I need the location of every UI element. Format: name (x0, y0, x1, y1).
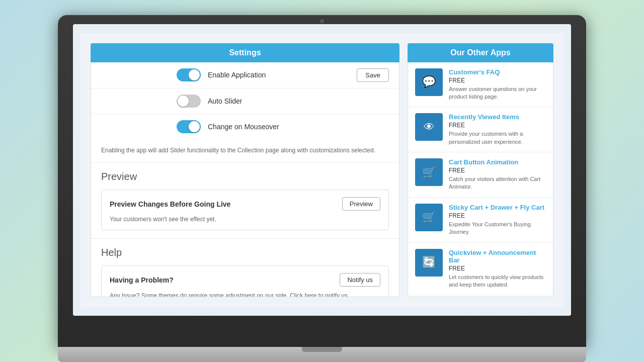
help-inner: Having a Problem? Notify us Any Issue? S… (101, 265, 389, 297)
app-icon-2: 🛒 (415, 158, 443, 186)
app-item-3[interactable]: 🛒 Sticky Cart + Drawer + Fly Cart FREE E… (408, 198, 553, 243)
app-name-4[interactable]: Quickview + Announcement Bar (449, 249, 546, 264)
right-panel: Our Other Apps 💬 Customer's FAQ FREE Ans… (408, 43, 553, 297)
other-apps-header: Our Other Apps (408, 43, 553, 62)
settings-panel-body: Enable App → Enable Application Save (91, 62, 399, 297)
preview-title: Preview Changes Before Going Live (110, 200, 230, 208)
app-info-4: Quickview + Announcement Bar FREE Let cu… (449, 249, 546, 289)
notify-button[interactable]: Notify us (340, 273, 380, 287)
toggles-area: Enable App → Enable Application Save (91, 62, 399, 163)
app-price-3: FREE (449, 212, 546, 219)
preview-button[interactable]: Preview (342, 197, 380, 211)
help-title: Having a Problem? (110, 276, 174, 284)
enable-app-knob (189, 69, 200, 80)
app-price-2: FREE (449, 167, 546, 174)
app-desc-2: Catch your visitors attention with Cart … (449, 175, 546, 191)
mouseover-inner: Change on Mouseover (177, 120, 389, 133)
app-name-1[interactable]: Recently Viewed Items (449, 113, 546, 121)
mouseover-toggle[interactable] (177, 120, 201, 133)
settings-header: Settings (91, 43, 399, 62)
info-text: Enabling the app will add Slider functio… (101, 146, 389, 155)
app-item-1[interactable]: 👁 Recently Viewed Items FREE Provide you… (408, 107, 553, 152)
laptop-screen: Settings Enable App → (73, 24, 571, 316)
auto-slider-toggle[interactable] (177, 95, 201, 108)
app-desc-0: Answer customer questions on your produc… (449, 85, 546, 101)
help-section: Help Having a Problem? Notify us Any Iss… (91, 239, 399, 297)
auto-slider-arrow: → (91, 97, 91, 106)
app-item-4[interactable]: 🔄 Quickview + Announcement Bar FREE Let … (408, 243, 553, 296)
app-price-1: FREE (449, 122, 546, 129)
left-panel: Settings Enable App → (91, 43, 399, 297)
preview-description: Your customers won't see the effect yet. (110, 216, 380, 223)
help-description: Any Issue? Some themes do require some a… (110, 292, 380, 297)
mouseover-label: Change on Mouseover (208, 123, 389, 131)
auto-slider-knob (178, 96, 189, 107)
mouseover-knob (189, 121, 200, 132)
auto-slider-inner: Auto Slider (177, 95, 389, 108)
mouseover-row: Mouseover → Change on Mouseover (91, 114, 399, 139)
info-text-container: Enabling the app will add Slider functio… (91, 139, 399, 163)
app-icon-3: 🛒 (415, 204, 443, 231)
app-desc-1: Provide your customers with a personaliz… (449, 130, 546, 146)
app-item-2[interactable]: 🛒 Cart Button Animation FREE Catch your … (408, 152, 553, 198)
help-section-title: Help (91, 239, 399, 258)
app-icon-4: 🔄 (415, 249, 443, 277)
app-price-4: FREE (449, 265, 546, 272)
app-name-2[interactable]: Cart Button Animation (449, 158, 546, 166)
enable-app-arrow: → (91, 70, 91, 79)
app-icon-1: 👁 (415, 113, 443, 141)
preview-row: Preview Changes Before Going Live Previe… (110, 197, 380, 211)
enable-app-inner: Enable Application Save (177, 68, 389, 82)
screen-content: Settings Enable App → (80, 33, 564, 307)
app-desc-4: Let customers to quickly view products a… (449, 274, 546, 289)
app-item-0[interactable]: 💬 Customer's FAQ FREE Answer customer qu… (408, 62, 553, 108)
app-name-3[interactable]: Sticky Cart + Drawer + Fly Cart (449, 204, 546, 211)
enable-app-label: Enable Application (208, 71, 350, 79)
save-button[interactable]: Save (357, 68, 389, 82)
camera-dot (320, 19, 324, 23)
other-apps-body: 💬 Customer's FAQ FREE Answer customer qu… (408, 62, 553, 297)
auto-slider-row: Auto Slider → Auto Slider (91, 88, 399, 114)
help-row: Having a Problem? Notify us (110, 273, 380, 287)
app-info-0: Customer's FAQ FREE Answer customer ques… (449, 68, 546, 101)
app-icon-0: 💬 (415, 68, 443, 96)
app-info-3: Sticky Cart + Drawer + Fly Cart FREE Exp… (449, 204, 546, 236)
app-price-0: FREE (449, 77, 546, 84)
preview-section: Preview Preview Changes Before Going Liv… (91, 163, 399, 239)
app-desc-3: Expedite Your Customer's Buying Journey. (449, 221, 546, 236)
preview-section-title: Preview (91, 163, 399, 183)
enable-app-row: Enable App → Enable Application Save (91, 62, 399, 88)
preview-section-body: Preview Changes Before Going Live Previe… (91, 190, 399, 239)
laptop-base (58, 347, 586, 362)
app-info-2: Cart Button Animation FREE Catch your vi… (449, 158, 546, 191)
app-name-0[interactable]: Customer's FAQ (449, 68, 546, 76)
app-info-1: Recently Viewed Items FREE Provide your … (449, 113, 546, 146)
enable-app-toggle[interactable] (177, 68, 201, 81)
laptop-notch (302, 347, 342, 352)
help-section-body: Having a Problem? Notify us Any Issue? S… (91, 265, 399, 297)
auto-slider-label: Auto Slider (208, 97, 389, 105)
mouseover-arrow: → (91, 122, 91, 131)
preview-inner: Preview Changes Before Going Live Previe… (101, 190, 389, 230)
